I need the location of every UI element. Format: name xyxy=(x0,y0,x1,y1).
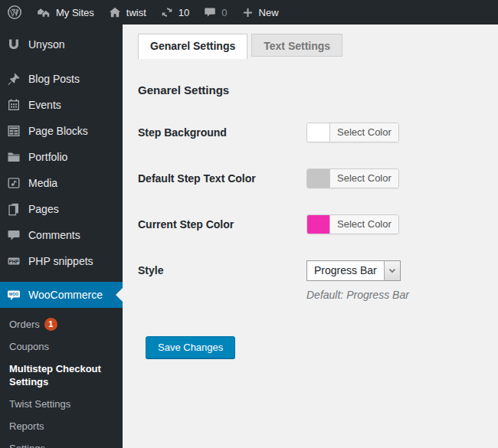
svg-text:PHP: PHP xyxy=(8,259,19,264)
row-current-step-color: Current Step Color Select Color xyxy=(138,214,498,234)
sidebar-item-unyson[interactable]: Unyson xyxy=(0,31,123,57)
style-default-hint: Default: Progress Bar xyxy=(306,289,409,301)
calendar-icon xyxy=(6,97,21,113)
pages-icon xyxy=(6,201,21,217)
submenu-item-twist-settings[interactable]: Twist Settings xyxy=(0,393,123,415)
submenu-item-coupons[interactable]: Coupons xyxy=(0,335,123,358)
submenu-item-orders[interactable]: Orders1 xyxy=(0,313,123,335)
woocommerce-submenu: Orders1 Coupons Multistep Checkout Setti… xyxy=(0,308,123,448)
settings-tabs: Genarel Settings Text Settings xyxy=(138,34,498,59)
updates-icon xyxy=(160,5,174,19)
unyson-icon xyxy=(6,37,21,52)
submenu-item-settings[interactable]: Settings xyxy=(0,437,123,448)
submenu-label: Coupons xyxy=(9,341,49,352)
row-step-background: Step Background Select Color xyxy=(138,123,498,142)
sidebar-item-label: Media xyxy=(28,177,57,189)
sidebar-item-php-snippets[interactable]: PHP PHP snippets xyxy=(0,248,123,274)
page-title: Genarel Settings xyxy=(138,83,498,96)
admin-bar: My Sites twist 10 0 New xyxy=(0,0,498,25)
submenu-item-multistep-checkout-settings[interactable]: Multistep Checkout Settings xyxy=(0,358,123,393)
sidebar-item-label: Unyson xyxy=(28,38,64,51)
sidebar-item-label: Blog Posts xyxy=(28,73,80,85)
sidebar-item-events[interactable]: Events xyxy=(0,92,123,118)
submenu-label: Twist Settings xyxy=(9,398,70,410)
step-background-color-picker[interactable]: Select Color xyxy=(306,123,399,142)
new-content-menu[interactable]: New xyxy=(234,0,286,25)
sidebar-item-label: WooCommerce xyxy=(28,289,103,301)
submenu-label: Orders xyxy=(9,319,40,330)
select-color-label: Select Color xyxy=(330,215,398,234)
field-label: Current Step Color xyxy=(138,218,306,231)
my-sites-label: My Sites xyxy=(56,7,94,18)
my-sites-menu[interactable]: My Sites xyxy=(29,0,101,25)
sidebar-item-label: Page Blocks xyxy=(28,125,88,137)
style-select[interactable]: Progress Bar xyxy=(306,260,401,281)
svg-text:WOO: WOO xyxy=(9,292,19,296)
new-label: New xyxy=(259,7,279,18)
page-layout: Unyson Blog Posts Events xyxy=(0,25,498,448)
tab-general-settings[interactable]: Genarel Settings xyxy=(138,34,247,59)
wordpress-icon xyxy=(7,5,22,20)
my-sites-icon xyxy=(36,5,51,20)
site-home-menu[interactable]: twist xyxy=(101,0,153,25)
tab-text-settings[interactable]: Text Settings xyxy=(251,34,342,57)
style-select-value: Progress Bar xyxy=(307,261,384,280)
row-default-step-text-color: Default Step Text Color Select Color xyxy=(138,168,498,188)
wordpress-logo-menu[interactable] xyxy=(0,0,29,25)
media-icon xyxy=(6,175,21,191)
select-color-label: Select Color xyxy=(330,169,398,188)
update-count: 10 xyxy=(179,7,189,18)
select-color-label: Select Color xyxy=(330,123,398,142)
sidebar-item-comments[interactable]: Comments xyxy=(0,222,123,248)
sidebar-item-label: Comments xyxy=(28,229,80,241)
comment-count: 0 xyxy=(221,7,227,18)
updates-menu[interactable]: 10 xyxy=(153,0,196,25)
submenu-item-reports[interactable]: Reports xyxy=(0,415,123,437)
sidebar-item-label: Portfolio xyxy=(28,151,67,163)
current-step-color-picker[interactable]: Select Color xyxy=(306,214,399,234)
chevron-down-icon xyxy=(384,261,400,280)
field-label: Default Step Text Color xyxy=(138,172,306,185)
pushpin-icon xyxy=(6,71,21,87)
comments-menu[interactable]: 0 xyxy=(196,0,234,25)
settings-page: Genarel Settings Text Settings Genarel S… xyxy=(123,25,498,448)
submenu-label: Settings xyxy=(9,443,45,448)
save-changes-button[interactable]: Save Changes xyxy=(146,336,235,358)
sidebar-item-page-blocks[interactable]: Page Blocks xyxy=(0,118,123,144)
sidebar-item-blog-posts[interactable]: Blog Posts xyxy=(0,66,123,92)
field-label: Style xyxy=(138,260,306,281)
sidebar-item-label: Pages xyxy=(28,203,59,215)
submenu-label: Multistep Checkout Settings xyxy=(9,363,101,388)
color-swatch xyxy=(307,169,330,188)
color-swatch xyxy=(307,215,330,234)
site-name: twist xyxy=(126,7,146,18)
plus-icon xyxy=(241,6,254,19)
sidebar-item-pages[interactable]: Pages xyxy=(0,196,123,222)
default-step-text-color-picker[interactable]: Select Color xyxy=(306,168,399,188)
sidebar-item-label: PHP snippets xyxy=(28,255,93,267)
woocommerce-icon: WOO xyxy=(6,287,21,302)
comment-icon xyxy=(6,227,21,243)
php-icon: PHP xyxy=(6,253,21,269)
comment-icon xyxy=(203,5,217,19)
home-icon xyxy=(108,5,122,19)
sidebar-item-label: Events xyxy=(28,99,61,111)
submenu-label: Reports xyxy=(9,420,44,432)
row-style: Style Progress Bar Default: Progress Bar xyxy=(138,260,498,301)
admin-sidebar: Unyson Blog Posts Events xyxy=(0,25,123,448)
sidebar-item-media[interactable]: Media xyxy=(0,170,123,196)
sidebar-item-woocommerce[interactable]: WOO WooCommerce xyxy=(0,282,123,308)
sidebar-item-portfolio[interactable]: Portfolio xyxy=(0,144,123,170)
orders-count-badge: 1 xyxy=(44,318,57,331)
table-icon xyxy=(6,123,21,139)
field-label: Step Background xyxy=(138,126,306,139)
folder-icon xyxy=(6,149,21,165)
color-swatch xyxy=(307,123,330,142)
